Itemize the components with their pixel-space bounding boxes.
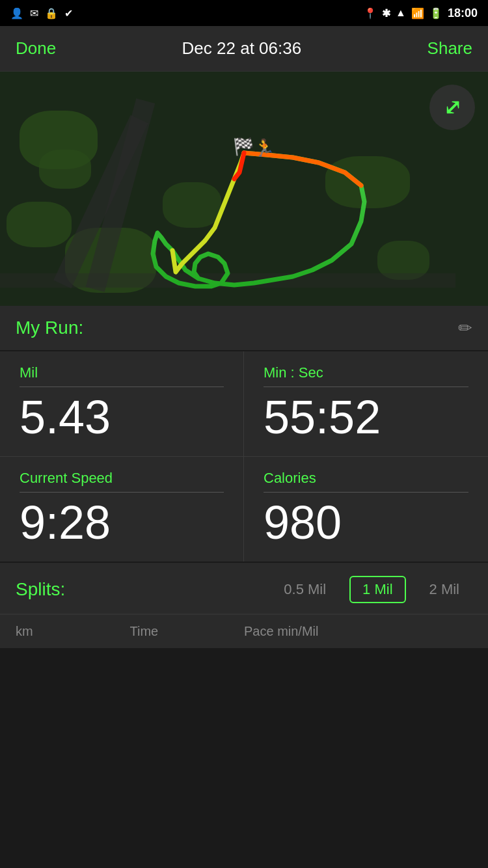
status-icons: 👤 ✉ 🔒 ✔ <box>10 7 73 20</box>
bluetooth-icon: ✱ <box>382 7 390 20</box>
share-button[interactable]: Share <box>427 38 472 59</box>
stats-grid: Mil 5.43 Min : Sec 55:52 Current Speed 9… <box>0 351 488 563</box>
check-icon: ✔ <box>64 7 73 20</box>
start-finish-marker: 🏁 <box>233 137 254 157</box>
splits-col-km: km <box>16 624 130 639</box>
workout-title: Dec 22 at 06:36 <box>182 38 302 59</box>
splits-option-0.5-mil[interactable]: 0.5 Mil <box>271 576 339 603</box>
header: Done Dec 22 at 06:36 Share <box>0 26 488 72</box>
splits-option-2-mil[interactable]: 2 Mil <box>416 576 472 603</box>
person-icon: 👤 <box>10 7 23 20</box>
route-path <box>0 72 488 306</box>
splits-label: Splits: <box>16 579 258 600</box>
my-run-section: My Run: ✏ <box>0 306 488 351</box>
lock-icon: 🔒 <box>45 7 58 20</box>
splits-options: 0.5 Mil 1 Mil 2 Mil <box>271 576 472 603</box>
splits-table-header: km Time Pace min/Mil <box>0 614 488 648</box>
mail-icon: ✉ <box>30 7 38 20</box>
signal-icon: 📶 <box>411 7 424 20</box>
divider-1 <box>20 387 224 387</box>
time-stat: Min : Sec 55:52 <box>244 351 488 457</box>
runner-icon: 🏃 <box>254 138 275 158</box>
divider-3 <box>20 492 224 493</box>
calories-label: Calories <box>264 470 468 487</box>
expand-map-button[interactable]: ⤢ <box>429 85 475 130</box>
time-label: Min : Sec <box>264 364 468 381</box>
wifi-icon: ▲ <box>396 7 406 19</box>
distance-stat: Mil 5.43 <box>0 351 244 457</box>
distance-value: 5.43 <box>20 391 111 443</box>
splits-col-time: Time <box>130 624 245 639</box>
splits-section: Splits: 0.5 Mil 1 Mil 2 Mil <box>0 563 488 614</box>
edit-icon[interactable]: ✏ <box>458 318 472 338</box>
location-icon: 📍 <box>364 7 377 20</box>
map-view: 🏁 🏃 ⤢ <box>0 72 488 306</box>
speed-label: Current Speed <box>20 470 224 487</box>
splits-col-pace: Pace min/Mil <box>244 624 472 639</box>
distance-label: Mil <box>20 364 224 381</box>
splits-header: Splits: 0.5 Mil 1 Mil 2 Mil <box>16 576 472 603</box>
divider-2 <box>264 387 468 387</box>
splits-option-1-mil[interactable]: 1 Mil <box>349 576 405 603</box>
divider-4 <box>264 492 468 493</box>
status-bar: 👤 ✉ 🔒 ✔ 📍 ✱ ▲ 📶 🔋 18:00 <box>0 0 488 26</box>
calories-stat: Calories 980 <box>244 457 488 562</box>
speed-value: 9:28 <box>20 496 111 549</box>
expand-icon: ⤢ <box>444 97 461 118</box>
status-right: 📍 ✱ ▲ 📶 🔋 18:00 <box>364 7 478 20</box>
my-run-label: My Run: <box>16 318 83 338</box>
battery-icon: 🔋 <box>429 7 442 20</box>
clock: 18:00 <box>448 7 478 20</box>
calories-value: 980 <box>264 496 342 549</box>
done-button[interactable]: Done <box>16 38 56 59</box>
speed-stat: Current Speed 9:28 <box>0 457 244 562</box>
time-value: 55:52 <box>264 391 381 443</box>
